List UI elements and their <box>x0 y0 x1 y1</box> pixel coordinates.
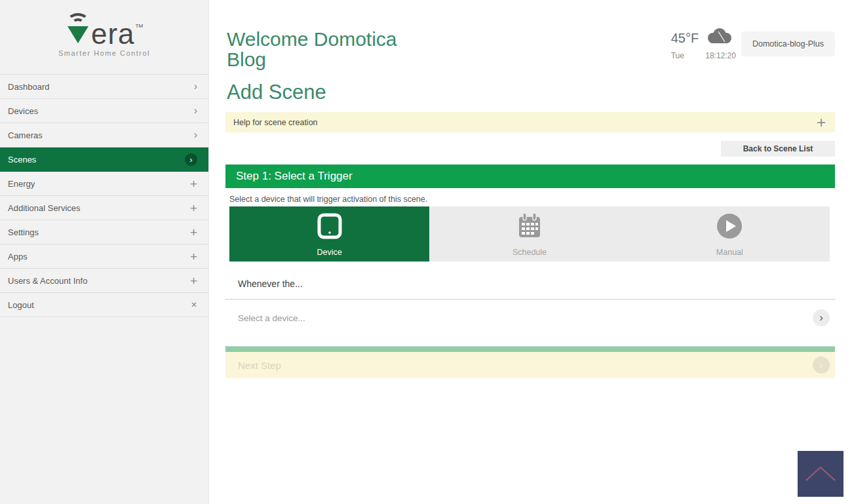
tab-trigger-manual[interactable]: Manual <box>630 206 830 262</box>
logo-tagline: Smarter Home Control <box>58 49 150 57</box>
plus-icon: + <box>190 275 197 287</box>
device-select-placeholder: Select a device... <box>238 313 305 323</box>
next-step-label: Next Step <box>238 360 281 371</box>
tab-trigger-device[interactable]: Device <box>229 206 429 262</box>
sidebar-item-label: Users & Account Info <box>8 276 87 286</box>
plus-icon: + <box>190 178 197 190</box>
chevron-right-circle-icon: › <box>813 357 830 374</box>
device-icon <box>315 211 345 244</box>
sidebar-item-energy[interactable]: Energy + <box>0 172 208 196</box>
vera-v-icon <box>66 17 90 47</box>
tab-label: Schedule <box>513 248 547 257</box>
chevron-right-circle-icon[interactable]: › <box>813 309 830 326</box>
trigger-type-tabs: Device Schedule <box>229 206 830 262</box>
next-step-bar[interactable]: Next Step › <box>225 352 835 378</box>
scroll-to-top-button[interactable] <box>798 451 843 497</box>
tab-trigger-schedule[interactable]: Schedule <box>429 206 629 262</box>
vera-logo: era TM Smarter Home Control <box>0 0 208 74</box>
device-select-row[interactable]: Select a device... › <box>225 300 835 336</box>
step-title: Step 1: Select a Trigger <box>236 170 353 183</box>
sidebar-item-label: Devices <box>8 106 38 116</box>
status-area: 45°F Tue 18:12:20 <box>671 28 835 60</box>
chevron-right-circle-icon: › <box>185 153 197 166</box>
clock-time: 18:12:20 <box>705 51 736 60</box>
chevron-right-icon: › <box>194 81 197 92</box>
help-accordion[interactable]: Help for scene creation + <box>225 112 835 132</box>
chevron-up-icon <box>801 461 840 487</box>
calendar-icon <box>514 211 545 244</box>
cloudy-weather-icon <box>705 28 735 48</box>
play-icon <box>714 211 745 244</box>
sidebar-item-users-account-info[interactable]: Users & Account Info + <box>0 269 208 293</box>
sidebar-item-settings[interactable]: Settings + <box>0 220 208 244</box>
temperature-value: 45°F <box>671 31 699 46</box>
controller-select-button[interactable]: Domotica-blog-Plus <box>741 31 835 56</box>
sidebar-item-label: Additional Services <box>8 203 81 213</box>
page-title: Add Scene <box>227 81 835 104</box>
sidebar-item-label: Cameras <box>8 130 43 140</box>
back-to-scene-list-button[interactable]: Back to Scene List <box>721 141 835 157</box>
main-area: Welcome Domotica Blog 45°F <box>210 0 852 504</box>
weekday-label: Tue <box>671 51 684 60</box>
step-description: Select a device that will trigger activa… <box>229 195 835 204</box>
plus-icon: + <box>190 202 197 214</box>
sidebar: era TM Smarter Home Control Dashboard › … <box>0 0 209 504</box>
plus-icon: + <box>190 226 197 239</box>
trademark-label: TM <box>136 23 144 29</box>
tab-label: Device <box>317 248 342 257</box>
progress-strip <box>225 347 835 352</box>
sidebar-item-additional-services[interactable]: Additional Services + <box>0 196 208 220</box>
sidebar-item-label: Dashboard <box>8 82 50 92</box>
sidebar-menu: Dashboard › Devices › Cameras › Scenes ›… <box>0 74 208 317</box>
chevron-right-icon: › <box>194 106 197 116</box>
plus-icon: + <box>190 250 197 263</box>
sidebar-item-label: Settings <box>8 227 39 237</box>
chevron-right-icon: › <box>194 130 197 140</box>
sidebar-item-cameras[interactable]: Cameras › <box>0 123 208 147</box>
close-icon: ✕ <box>191 301 197 309</box>
sidebar-item-label: Scenes <box>8 155 36 165</box>
sidebar-item-devices[interactable]: Devices › <box>0 99 208 123</box>
tab-label: Manual <box>716 248 743 257</box>
sidebar-item-label: Logout <box>8 300 34 310</box>
sidebar-item-logout[interactable]: Logout ✕ <box>0 293 208 317</box>
weather-widget: 45°F Tue 18:12:20 <box>671 28 736 60</box>
sidebar-item-dashboard[interactable]: Dashboard › <box>0 75 208 99</box>
sidebar-item-label: Apps <box>8 252 28 262</box>
logo-text: era <box>91 21 135 47</box>
welcome-heading: Welcome Domotica Blog <box>227 29 423 69</box>
sidebar-item-label: Energy <box>8 179 35 189</box>
whenever-label: Whenever the... <box>238 279 835 289</box>
sidebar-item-apps[interactable]: Apps + <box>0 244 208 269</box>
help-accordion-label: Help for scene creation <box>233 118 318 127</box>
step-header: Step 1: Select a Trigger <box>225 165 835 188</box>
sidebar-item-scenes[interactable]: Scenes › <box>0 147 208 172</box>
